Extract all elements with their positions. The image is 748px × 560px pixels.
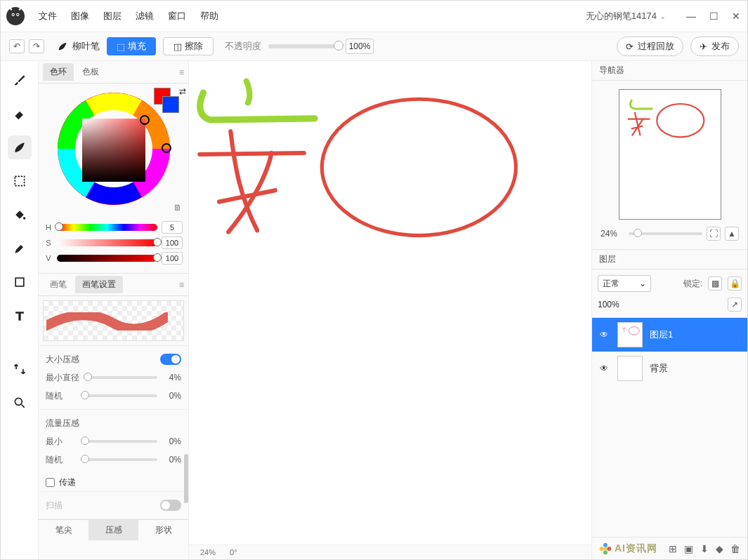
min-flow-label: 最小 xyxy=(46,436,81,448)
h-value[interactable]: 5 xyxy=(162,221,183,234)
menu-window[interactable]: 窗口 xyxy=(168,10,186,22)
publish-button[interactable]: ✈ 发布 xyxy=(690,36,739,56)
opacity-value[interactable]: 100% xyxy=(346,39,374,54)
fill-mode-button[interactable]: ⬚ 填充 xyxy=(107,37,156,55)
leaf-icon xyxy=(57,41,68,52)
min-diam-slider[interactable] xyxy=(85,376,157,379)
layer-visibility-toggle[interactable]: 👁 xyxy=(598,330,610,340)
svg-point-8 xyxy=(15,398,22,405)
marquee-icon xyxy=(13,174,27,188)
search-icon xyxy=(13,396,27,410)
bg-color[interactable] xyxy=(162,96,179,113)
svg-point-16 xyxy=(322,99,516,235)
random-flow-slider[interactable] xyxy=(85,458,157,461)
user-label[interactable]: 无心的钢笔14174 xyxy=(586,10,671,22)
expand-toggle[interactable] xyxy=(160,500,181,511)
btab-tip[interactable]: 笔尖 xyxy=(39,520,88,540)
tab-brush-settings[interactable]: 画笔设置 xyxy=(75,276,123,293)
size-pressure-toggle[interactable] xyxy=(160,354,181,365)
layer-more-button[interactable]: ↗ xyxy=(728,298,742,312)
brush-preview xyxy=(43,300,184,341)
opacity-slider[interactable] xyxy=(268,44,339,48)
eyedropper-icon xyxy=(13,241,27,255)
min-flow-slider[interactable] xyxy=(85,440,157,443)
tool-smudge[interactable] xyxy=(8,135,32,159)
brush-selector[interactable]: 柳叶笔 xyxy=(57,40,100,53)
layer-merge-button[interactable]: ◆ xyxy=(716,543,723,554)
v-value[interactable]: 100 xyxy=(162,252,183,265)
layer-item[interactable]: 👁 T 图层1 xyxy=(592,318,747,352)
redo-button[interactable]: ↷ xyxy=(29,39,44,53)
random-size-slider[interactable] xyxy=(85,394,157,397)
leaf-icon xyxy=(13,140,27,154)
fg-bg-swatch[interactable]: ⇄ xyxy=(154,88,183,113)
expand-label: 扫描 xyxy=(46,500,63,512)
pass-checkbox[interactable] xyxy=(46,478,55,487)
tool-eraser[interactable] xyxy=(8,102,32,126)
size-pressure-label: 大小压感 xyxy=(46,354,79,366)
main-menu: 文件 图像 图层 滤镜 窗口 帮助 xyxy=(39,10,218,22)
history-icon: ⟳ xyxy=(626,41,634,52)
playback-button[interactable]: ⟳ 过程回放 xyxy=(617,36,683,56)
layer-name: 背景 xyxy=(650,362,668,375)
tab-brush[interactable]: 画笔 xyxy=(43,276,74,293)
tab-colorwheel[interactable]: 色环 xyxy=(43,63,74,81)
app-logo xyxy=(6,7,25,25)
erase-mode-button[interactable]: ◫ 擦除 xyxy=(163,37,214,55)
menu-layer[interactable]: 图层 xyxy=(103,10,122,22)
h-slider[interactable] xyxy=(57,224,157,231)
blend-mode-dropdown[interactable]: 正常 ⌄ xyxy=(598,275,651,292)
layer-add-button[interactable]: ⊞ xyxy=(669,543,677,554)
navigator-thumb[interactable] xyxy=(619,89,721,220)
brush-panel-menu[interactable]: ≡ xyxy=(179,280,184,290)
close-button[interactable]: ✕ xyxy=(730,11,742,22)
lock-all-button[interactable]: 🔒 xyxy=(728,276,742,291)
undo-button[interactable]: ↶ xyxy=(9,39,25,53)
menu-help[interactable]: 帮助 xyxy=(200,10,218,22)
s-value[interactable]: 100 xyxy=(162,236,183,249)
tab-swatch[interactable]: 色板 xyxy=(75,63,106,81)
status-angle: 0° xyxy=(230,548,237,556)
color-wheel[interactable]: ⇄ 🗎 xyxy=(54,89,173,215)
v-slider[interactable] xyxy=(57,255,157,262)
layer-group-button[interactable]: ▣ xyxy=(684,543,693,554)
playback-label: 过程回放 xyxy=(638,40,674,53)
maximize-button[interactable]: ☐ xyxy=(708,11,719,22)
tool-text[interactable] xyxy=(8,304,32,328)
layer-visibility-toggle[interactable]: 👁 xyxy=(598,364,610,373)
layer-delete-button[interactable]: 🗑 xyxy=(730,543,740,554)
svg-point-24 xyxy=(600,547,604,551)
svg-point-6 xyxy=(23,217,25,219)
tool-eyedropper[interactable] xyxy=(8,236,32,260)
palette-save-icon[interactable]: 🗎 xyxy=(173,203,182,213)
canvas[interactable] xyxy=(189,61,591,545)
menu-filter[interactable]: 滤镜 xyxy=(136,10,154,22)
watermark: AI资讯网 xyxy=(599,542,657,555)
layer-down-button[interactable]: ⬇ xyxy=(700,543,709,554)
tool-zoom[interactable] xyxy=(8,391,32,415)
text-icon xyxy=(13,309,27,323)
menu-file[interactable]: 文件 xyxy=(39,10,57,22)
nav-flip-button[interactable]: ▲ xyxy=(725,227,739,241)
minimize-button[interactable]: — xyxy=(685,11,697,22)
swap-icon[interactable]: ⇄ xyxy=(179,86,186,96)
nav-fit-button[interactable]: ⛶ xyxy=(707,227,721,241)
status-zoom: 24% xyxy=(200,548,216,556)
svg-rect-13 xyxy=(82,119,145,182)
btab-pressure[interactable]: 压感 xyxy=(88,520,138,540)
menu-image[interactable]: 图像 xyxy=(71,10,89,22)
transform-icon xyxy=(13,362,27,376)
tool-select[interactable] xyxy=(8,169,32,193)
layer-item[interactable]: 👁 背景 xyxy=(592,352,747,385)
tool-brush[interactable] xyxy=(8,68,32,92)
btab-shape[interactable]: 形状 xyxy=(138,520,188,540)
nav-zoom-slider[interactable] xyxy=(629,232,702,235)
lock-pixels-button[interactable]: ▩ xyxy=(708,276,722,291)
s-slider[interactable] xyxy=(57,239,157,246)
tool-shape[interactable] xyxy=(8,270,32,294)
tool-bucket[interactable] xyxy=(8,203,32,227)
tool-transform[interactable] xyxy=(8,357,32,381)
scrollbar-thumb[interactable] xyxy=(184,454,188,503)
color-panel-menu[interactable]: ≡ xyxy=(179,67,184,77)
fill-icon: ⬚ xyxy=(117,41,125,52)
